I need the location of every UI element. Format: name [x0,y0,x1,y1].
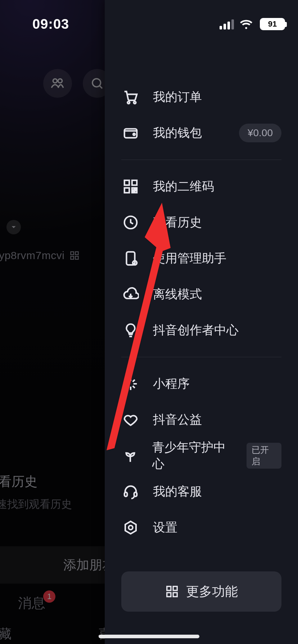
svg-point-7 [127,101,130,104]
menu-label: 青少年守护中心 [152,439,234,472]
status-bar: 09:03 91 [0,0,298,40]
user-id: lyp8rvm7mcvi [0,249,64,262]
gear-icon [121,518,140,537]
history-card[interactable]: 观看历史 快速找到观看历史 [0,473,72,512]
menu-label: 我的订单 [153,89,281,105]
youth-enabled-tag: 已开启 [247,443,281,469]
more-functions-button[interactable]: 更多功能 [121,571,281,612]
friends-button[interactable] [43,69,72,98]
clock-icon [121,213,140,232]
menu-label: 抖音公益 [153,411,281,428]
tab-messages[interactable]: 消息 1 [18,594,45,612]
menu-label: 我的客服 [153,483,281,500]
heart-icon [121,410,140,429]
dropdown-icon[interactable] [6,220,21,234]
divider [121,160,281,160]
menu-charity[interactable]: 抖音公益 [121,402,281,438]
messages-badge: 1 [43,590,55,603]
cellular-icon [220,19,234,29]
svg-point-2 [92,79,101,87]
svg-rect-21 [167,593,171,597]
menu-creator-center[interactable]: 抖音创作者中心 [121,312,281,348]
menu-youth-protection[interactable]: 青少年守护中心 已开启 [121,438,281,474]
svg-point-10 [133,133,135,135]
menu-label: 离线模式 [153,286,281,303]
menu-my-wallet[interactable]: 我的钱包 ¥0.00 [121,115,281,151]
history-title: 观看历史 [0,473,72,491]
svg-rect-13 [125,188,129,193]
menu-usage-assistant[interactable]: 使用管理助手 [121,240,281,276]
menu-watch-history[interactable]: 观看历史 [121,204,281,240]
cloud-download-icon [121,285,140,304]
cart-icon [121,88,140,106]
user-id-row: lyp8rvm7mcvi [0,249,80,262]
menu-label: 我的钱包 [153,125,226,141]
wallet-icon [121,124,140,142]
svg-rect-19 [167,586,171,590]
sparkle-icon [121,374,140,393]
menu-offline-mode[interactable]: 离线模式 [121,276,281,312]
sprout-icon [121,446,139,465]
menu-label: 使用管理助手 [153,250,281,267]
tab-collections[interactable]: 收藏 [0,625,12,643]
svg-rect-15 [127,252,135,265]
menu-customer-support[interactable]: 我的客服 [121,474,281,510]
svg-rect-22 [173,593,177,597]
svg-rect-11 [125,180,129,185]
history-subtitle: 快速找到观看历史 [0,497,72,512]
wifi-icon [240,19,254,29]
side-drawer: 我的订单 我的钱包 ¥0.00 我的二维码 观看历史 [105,0,298,644]
svg-rect-5 [71,256,74,259]
menu-label: 观看历史 [153,214,281,231]
menu-label: 小程序 [153,376,281,392]
battery-indicator: 91 [260,18,285,30]
menu-mini-program[interactable]: 小程序 [121,366,281,402]
svg-rect-17 [134,492,137,497]
svg-rect-16 [125,492,127,497]
divider [121,357,281,357]
svg-rect-4 [76,252,78,255]
svg-point-18 [128,525,133,530]
qrcode-icon [121,177,140,196]
menu-my-orders[interactable]: 我的订单 [121,79,281,115]
svg-rect-12 [132,180,137,185]
menu-my-qrcode[interactable]: 我的二维码 [121,169,281,204]
menu-label: 我的二维码 [153,178,281,195]
menu-settings[interactable]: 设置 [121,510,281,546]
phone-check-icon [121,249,140,268]
svg-rect-6 [76,256,78,259]
svg-rect-20 [173,586,177,590]
svg-point-8 [134,101,136,104]
wallet-balance: ¥0.00 [239,124,281,142]
lightbulb-icon [121,321,140,340]
menu-label: 抖音创作者中心 [153,322,281,339]
svg-point-1 [58,79,62,83]
svg-point-0 [53,79,57,83]
headset-icon [121,482,140,501]
menu-label: 设置 [153,519,281,536]
home-indicator [99,635,199,638]
more-functions-label: 更多功能 [186,583,238,601]
svg-rect-3 [71,252,74,255]
status-time: 09:03 [32,17,69,32]
